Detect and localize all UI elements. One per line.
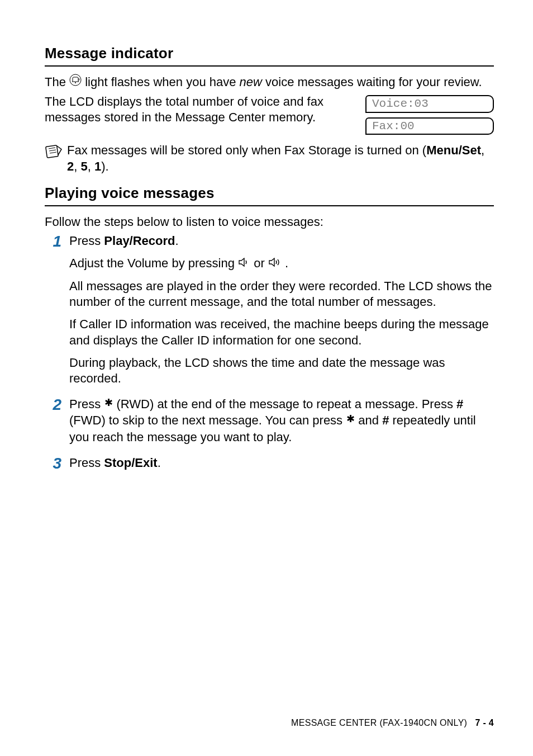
volume-down-icon [238, 255, 250, 271]
text-fragment: ). [101, 159, 108, 173]
step1-para-3: All messages are played in the order the… [69, 278, 494, 310]
text-fragment: Press [69, 234, 104, 248]
text-fragment: . [175, 234, 179, 248]
note-icon [45, 143, 63, 174]
text-fragment: Fax messages will be stored only when Fa… [67, 143, 426, 157]
svg-point-1 [75, 82, 76, 83]
step-body-2: Press ✱ (RWD) at the end of the message … [69, 396, 494, 452]
svg-line-3 [49, 148, 55, 149]
text-bold: 1 [94, 159, 101, 173]
volume-up-icon [268, 255, 282, 271]
star-key-icon: ✱ [104, 396, 113, 412]
step-body-3: Press Stop/Exit. [69, 455, 494, 478]
text-bold: Menu/Set [426, 143, 481, 157]
text-italic-new: new [240, 75, 262, 89]
star-key-icon: ✱ [346, 412, 355, 428]
text-fragment: , [74, 159, 80, 173]
step1-para-4: If Caller ID information was received, t… [69, 316, 494, 348]
heading-message-indicator: Message indicator [45, 45, 494, 62]
text-fragment: light flashes when you have [85, 75, 239, 89]
svg-text:✱: ✱ [104, 399, 113, 408]
text-bold: 5 [80, 159, 87, 173]
text-fragment: (FWD) to skip to the next message. You c… [69, 413, 346, 427]
text-bold: Play/Record [104, 234, 175, 248]
text-fragment: The [45, 75, 69, 89]
svg-line-4 [49, 150, 56, 151]
para-intro-1: The light flashes when you have new voic… [45, 74, 494, 91]
svg-text:✱: ✱ [346, 415, 355, 424]
text-bold: # [456, 397, 463, 411]
step-number-1: 1 [45, 233, 61, 393]
heading-playing-voice: Playing voice messages [45, 185, 494, 202]
text-fragment: or [254, 256, 268, 270]
page-footer: MESSAGE CENTER (FAX-1940CN ONLY) 7 - 4 [291, 718, 494, 728]
lcd-fax: Fax:00 [365, 117, 494, 135]
text-bold: # [382, 413, 389, 427]
step-number-2: 2 [45, 396, 61, 452]
text-fragment: (RWD) at the end of the message to repea… [113, 397, 456, 411]
text-fragment: , [481, 143, 484, 157]
para-intro-2: The LCD displays the total number of voi… [45, 94, 354, 125]
note-text: Fax messages will be stored only when Fa… [67, 143, 494, 174]
text-fragment: and [355, 413, 382, 427]
text-fragment: Adjust the Volume by pressing [69, 256, 238, 270]
text-fragment: Press [69, 456, 104, 470]
svg-rect-2 [46, 145, 59, 158]
footer-page: 7 - 4 [475, 718, 494, 727]
lcd-voice: Voice:03 [365, 95, 494, 112]
step-number-3: 3 [45, 455, 61, 478]
step1-para-5: During playback, the LCD shows the time … [69, 355, 494, 386]
text-fragment: voice messages waiting for your review. [262, 75, 482, 89]
text-bold: Stop/Exit [104, 456, 157, 470]
rule-2 [45, 205, 494, 206]
footer-label: MESSAGE CENTER (FAX-1940CN ONLY) [291, 718, 467, 727]
text-fragment: . [285, 256, 288, 270]
rule-1 [45, 65, 494, 67]
para-follow-steps: Follow the steps below to listen to voic… [45, 214, 494, 230]
text-fragment: Press [69, 397, 104, 411]
text-fragment: , [88, 159, 94, 173]
svg-line-5 [50, 152, 56, 153]
message-light-icon [69, 74, 82, 90]
text-bold: 2 [67, 159, 74, 173]
text-fragment: . [158, 456, 161, 470]
step-body-1: Press Play/Record. Adjust the Volume by … [69, 233, 494, 393]
